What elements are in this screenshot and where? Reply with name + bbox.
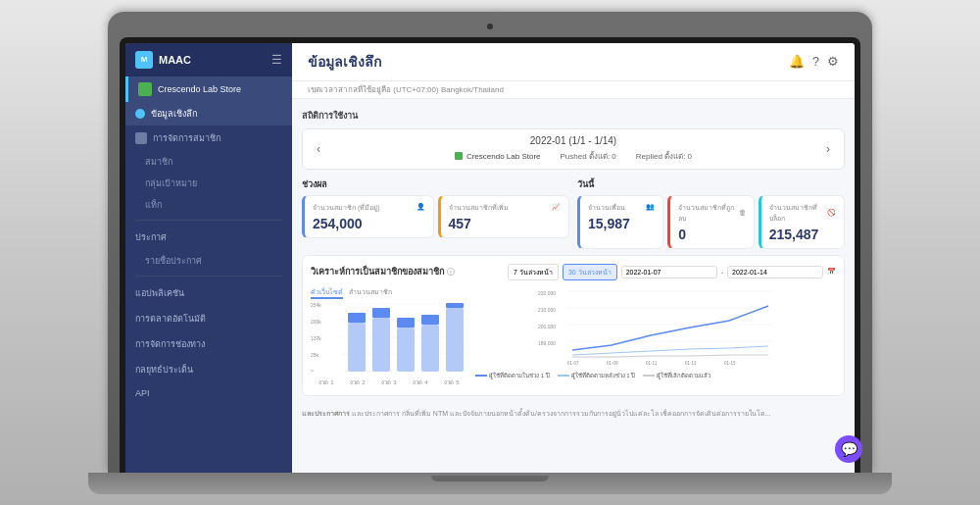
- settings-icon[interactable]: ⚙: [827, 54, 839, 69]
- added-member-value: 457: [449, 216, 562, 231]
- api-label: API: [135, 388, 150, 398]
- screen-bezel: M MAAC ☰ Crescendo Lab Store ข้อมูลเชิงล…: [120, 37, 860, 486]
- total-member-label: จำนวนสมาชิก (ที่มีอยู่) 👤: [313, 202, 425, 213]
- btn-7days[interactable]: 7 วันล่วงหน้า: [508, 264, 559, 280]
- notification-icon[interactable]: 🔔: [789, 54, 805, 69]
- divider-2: [135, 276, 282, 277]
- chart-body: ตัวเว็บไซต์ สำนวนสมาชิก: [311, 286, 836, 387]
- svg-text:01-09: 01-09: [607, 361, 618, 365]
- stat-removed: จำนวนสมาชิกที่ถูกลบ 🗑 0: [667, 195, 754, 249]
- date-nav-center: 2022-01 (1/1 - 1/14) Crescendo Lab Store…: [324, 135, 822, 163]
- sidebar-strategy[interactable]: กลยุทธ์ประเด็น: [125, 357, 292, 382]
- calendar-icon[interactable]: 📅: [827, 268, 836, 276]
- total-member-value: 254,000: [313, 216, 425, 231]
- screen: M MAAC ☰ Crescendo Lab Store ข้อมูลเชิงล…: [125, 43, 855, 480]
- stat-blocked: จำนวนสมาชิกที่บล็อก 🚫 215,487: [759, 195, 845, 249]
- stat-today-friend: จำนวนเพื่อน 👥 15,987: [577, 195, 663, 249]
- line-chart-svg: 220,000 210,000 200,000 189,000: [475, 286, 836, 365]
- sidebar-channel[interactable]: การจัดการช่องทาง: [125, 331, 292, 357]
- legend-item-1: ผู้ใช้ที่ติดตามในช่วง 1 ปี: [475, 371, 550, 380]
- sidebar-store[interactable]: Crescendo Lab Store: [125, 76, 292, 102]
- laptop-base: [88, 473, 892, 494]
- blocked-label: จำนวนสมาชิกที่บล็อก 🚫: [769, 202, 836, 224]
- added-icon: 📈: [552, 203, 561, 211]
- sidebar-sub-target[interactable]: กลุ่มเป้าหมาย: [125, 173, 292, 194]
- sidebar-announcement-list[interactable]: รายชื่อประกาศ: [125, 250, 292, 272]
- app-label: แอปพลิเคชัน: [135, 286, 184, 300]
- svg-rect-10: [348, 323, 366, 372]
- store-dot: [455, 152, 463, 160]
- sidebar-app[interactable]: แอปพลิเคชัน: [125, 280, 292, 306]
- btn-30days[interactable]: 30 วันล่วงหน้า: [563, 264, 617, 280]
- chart-controls: 7 วันล่วงหน้า 30 วันล่วงหน้า - 📅: [508, 264, 836, 280]
- svg-rect-16: [421, 325, 439, 372]
- svg-text:200k: 200k: [311, 319, 321, 325]
- help-icon[interactable]: ?: [812, 54, 819, 69]
- today-friend-label: จำนวนเพื่อน 👥: [588, 202, 655, 213]
- svg-text:137k: 137k: [311, 335, 321, 341]
- main-content: ข้อมูลเชิงลึก 🔔 ? ⚙ เขตเวลาสากลที่ใช้อยู…: [292, 43, 855, 480]
- svg-rect-11: [348, 313, 366, 323]
- svg-text:220,000: 220,000: [538, 290, 556, 296]
- page-title: ข้อมูลเชิงลึก: [308, 51, 381, 73]
- sidebar-api[interactable]: API: [125, 382, 292, 404]
- laptop-shell: M MAAC ☰ Crescendo Lab Store ข้อมูลเชิงล…: [108, 12, 872, 473]
- pushed-stat: Pushed ตั้งแต่: 0: [561, 150, 616, 163]
- stats-section-label: สถิติการใช้งาน: [302, 109, 845, 123]
- topbar-subtitle: เขตเวลาสากลที่ใช้อยู่คือ (UTC+07:00) Ban…: [292, 81, 855, 99]
- date-start-input[interactable]: [621, 266, 717, 278]
- sidebar-sub-tag[interactable]: แท็ก: [125, 194, 292, 216]
- next-arrow[interactable]: ›: [822, 142, 834, 156]
- store-info-row: Crescendo Lab Store Pushed ตั้งแต่: 0 Re…: [455, 150, 692, 163]
- chart-header: วิเคราะห์การเป็นสมาชิกของสมาชิก ⓘ 7 วันล…: [311, 264, 836, 280]
- store-icon: [138, 82, 152, 96]
- footer-note: และประกาศการ และประกาศการ กลิ่นที่เพิ่ม …: [302, 404, 845, 423]
- member-label: การจัดการสมาชิก: [153, 131, 220, 145]
- date-end-input[interactable]: [727, 266, 823, 278]
- sidebar-item-insights[interactable]: ข้อมูลเชิงลึก: [125, 102, 292, 126]
- svg-text:01-13: 01-13: [685, 361, 697, 365]
- store-label: Crescendo Lab Store: [455, 152, 541, 161]
- app-logo: M: [135, 51, 153, 69]
- sidebar-announcement[interactable]: ประกาศ: [125, 225, 292, 250]
- today-friend-value: 15,987: [588, 216, 655, 231]
- svg-rect-18: [446, 308, 464, 372]
- prev-arrow[interactable]: ‹: [313, 142, 324, 156]
- bar-x-labels: งวด 1 งวด 2 งวด 3 งวด 4 งวด 5: [311, 378, 467, 387]
- removed-value: 0: [678, 227, 745, 242]
- svg-text:0: 0: [311, 369, 314, 372]
- sidebar-sub-member[interactable]: สมาชิก: [125, 151, 292, 173]
- svg-text:200,000: 200,000: [538, 324, 556, 329]
- blocked-icon: 🚫: [827, 209, 836, 217]
- bar-chart-container: ตัวเว็บไซต์ สำนวนสมาชิก: [311, 286, 467, 387]
- stat-added-member: จำนวนสมาชิกที่เพิ่ม 📈 457: [438, 195, 570, 238]
- chart-title: วิเคราะห์การเป็นสมาชิกของสมาชิก ⓘ: [311, 265, 455, 278]
- sidebar: M MAAC ☰ Crescendo Lab Store ข้อมูลเชิงล…: [125, 43, 292, 480]
- friend-stats-cards: จำนวนสมาชิก (ที่มีอยู่) 👤 254,000 จำนวนส…: [302, 195, 569, 238]
- svg-rect-13: [372, 308, 390, 318]
- sidebar-section-member[interactable]: การจัดการสมาชิก: [125, 126, 292, 151]
- topbar: ข้อมูลเชิงลึก 🔔 ? ⚙: [292, 43, 855, 81]
- announcement-label: ประกาศ: [135, 230, 167, 244]
- topbar-icons: 🔔 ? ⚙: [789, 54, 839, 69]
- replied-stat: Replied ตั้งแต่: 0: [636, 150, 692, 163]
- date-range-title: 2022-01 (1/1 - 1/14): [530, 135, 616, 146]
- menu-icon[interactable]: ☰: [271, 53, 282, 67]
- chart-section: วิเคราะห์การเป็นสมาชิกของสมาชิก ⓘ 7 วันล…: [302, 255, 845, 396]
- sidebar-header: M MAAC ☰: [125, 43, 292, 76]
- svg-rect-12: [372, 318, 390, 372]
- svg-text:210,000: 210,000: [538, 307, 556, 313]
- legend-item-2: ผู้ใช้ที่ติดตามหลังช่วง 1 ปี: [558, 371, 636, 380]
- insights-dot: [135, 109, 145, 119]
- tab-website[interactable]: ตัวเว็บไซต์: [311, 286, 343, 299]
- content-area: สถิติการใช้งาน ‹ 2022-01 (1/1 - 1/14) Cr…: [292, 99, 855, 480]
- tab-member-count[interactable]: สำนวนสมาชิก: [349, 286, 392, 299]
- chat-icon: 💬: [841, 441, 856, 457]
- member-icon: [135, 132, 147, 144]
- svg-text:25k: 25k: [311, 352, 319, 358]
- sidebar-automation[interactable]: การตลาดอัตโนมัติ: [125, 306, 292, 331]
- chat-bubble[interactable]: 💬: [835, 435, 855, 463]
- date-separator: -: [721, 269, 723, 276]
- store-label-text: Crescendo Lab Store: [466, 152, 541, 161]
- chart-legend: ผู้ใช้ที่ติดตามในช่วง 1 ปี ผู้ใช้ที่ติดต…: [475, 371, 836, 380]
